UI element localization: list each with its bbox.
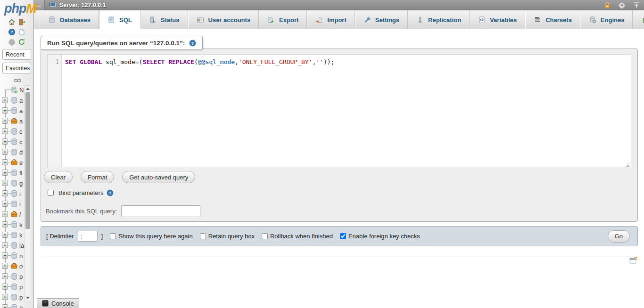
tree-item-label[interactable]: o — [19, 263, 23, 270]
settings-gear-icon[interactable] — [618, 1, 626, 9]
tree-item-label[interactable]: fl — [19, 170, 23, 177]
content-divider — [42, 257, 637, 257]
tree-item-label[interactable]: i — [19, 211, 21, 218]
tab-export[interactable]: Export — [259, 10, 307, 29]
editor-resize-handle[interactable] — [625, 161, 630, 166]
tab-databases[interactable]: Databases — [40, 10, 99, 29]
expand-plus-icon[interactable]: + — [2, 107, 8, 113]
expand-plus-icon[interactable]: + — [2, 201, 8, 207]
tree-item[interactable]: +p — [0, 302, 34, 308]
ssl-lock-icon[interactable] — [603, 1, 611, 9]
tab-status[interactable]: Status — [140, 10, 188, 29]
expand-plus-icon[interactable]: + — [2, 190, 8, 196]
tree-item-label[interactable]: a — [19, 118, 23, 125]
expand-plus-icon[interactable]: + — [2, 252, 8, 259]
tree-item-label[interactable]: p — [19, 294, 23, 301]
scroll-to-top-icon[interactable] — [633, 1, 640, 9]
tree-item-label[interactable]: c — [19, 138, 23, 146]
clear-button[interactable]: Clear — [44, 171, 73, 183]
tab-variables[interactable]: Variables — [470, 10, 525, 29]
tab-sql[interactable]: SQL — [99, 10, 140, 29]
expand-plus-icon[interactable]: + — [2, 304, 8, 308]
format-button[interactable]: Format — [81, 171, 114, 183]
tree-item-label[interactable]: la — [19, 242, 24, 249]
expand-plus-icon[interactable]: + — [2, 128, 8, 134]
enable-foreign-key-checks-option[interactable]: Enable foreign key checks — [340, 233, 420, 240]
expand-plus-icon[interactable]: + — [2, 221, 8, 227]
sql-token-keyword: SET — [65, 58, 76, 65]
expand-plus-icon[interactable]: + — [2, 97, 8, 103]
tree-item-label[interactable]: p — [19, 284, 23, 291]
documentation-icon[interactable] — [18, 28, 25, 36]
expand-plus-icon[interactable]: + — [2, 232, 8, 238]
tree-item-label[interactable]: p — [19, 273, 23, 280]
tab-replication[interactable]: Replication — [408, 10, 470, 29]
expand-plus-icon[interactable]: + — [2, 273, 8, 279]
help-icon[interactable]: ? — [107, 189, 114, 196]
tab-plugins[interactable]: Plugins — [633, 10, 644, 29]
link-icon[interactable] — [14, 76, 21, 85]
retain-query-box-option[interactable]: Retain query box — [200, 233, 255, 240]
sql-code-line[interactable]: SET GLOBAL sql_mode=(SELECT REPLACE(@@sq… — [62, 55, 631, 167]
tree-item-label[interactable]: a — [19, 107, 23, 114]
tree-item-label[interactable]: N — [19, 87, 24, 94]
tab-settings[interactable]: Settings — [355, 10, 408, 29]
tab-user-accounts[interactable]: User accounts — [188, 10, 259, 29]
tab-engines[interactable]: Engines — [580, 10, 633, 29]
tree-item-label[interactable]: n — [19, 252, 23, 259]
expand-plus-icon[interactable]: + — [2, 294, 8, 300]
tree-item-label[interactable]: e — [19, 159, 23, 166]
tree-item-label[interactable]: i — [19, 190, 21, 197]
tree-item-label[interactable]: k — [19, 221, 23, 228]
enable-foreign-key-checks-checkbox[interactable] — [340, 233, 346, 239]
expand-plus-icon[interactable]: + — [2, 284, 8, 290]
tree-item-label[interactable]: c — [19, 128, 23, 135]
recent-dropdown[interactable]: Recent — [2, 49, 31, 60]
console-toggle[interactable]: Console — [37, 298, 79, 308]
tree-item-label[interactable]: g — [19, 180, 23, 187]
favorites-dropdown[interactable]: Favorites — [2, 63, 31, 73]
gear-icon[interactable] — [8, 38, 16, 46]
scroll-up-icon[interactable] — [25, 86, 31, 92]
refresh-icon[interactable] — [18, 38, 25, 46]
tab-charsets[interactable]: Charsets — [525, 10, 580, 29]
expand-plus-icon[interactable]: + — [2, 159, 8, 165]
show-this-query-here-again-option[interactable]: Show this query here again — [110, 233, 193, 240]
expand-plus-icon[interactable]: + — [2, 211, 8, 217]
open-new-window-icon[interactable] — [629, 256, 637, 265]
scrollbar-thumb[interactable] — [25, 92, 30, 229]
sidebar-scrollbar[interactable] — [25, 85, 31, 301]
help-icon[interactable]: ? — [189, 40, 196, 47]
home-icon[interactable] — [8, 18, 16, 26]
expand-plus-icon[interactable]: + — [2, 170, 8, 176]
expand-plus-icon[interactable]: + — [2, 138, 8, 145]
expand-plus-icon[interactable]: + — [2, 118, 8, 124]
tab-import[interactable]: Import — [307, 10, 355, 29]
expand-plus-icon[interactable]: + — [2, 180, 8, 186]
tree-item-label[interactable]: d — [19, 149, 23, 156]
retain-query-box-checkbox[interactable] — [200, 233, 206, 239]
rollback-when-finished-option[interactable]: Rollback when finished — [262, 233, 333, 240]
expand-plus-icon[interactable]: + — [2, 263, 8, 269]
bind-parameters-checkbox[interactable] — [48, 190, 54, 196]
expand-plus-icon[interactable]: + — [2, 242, 8, 248]
go-button[interactable]: Go — [608, 230, 630, 243]
get-auto-saved-query-button[interactable]: Get auto-saved query — [122, 171, 195, 183]
bind-parameters-label[interactable]: Bind parameters — [58, 189, 103, 196]
tree-item-label[interactable]: k — [19, 232, 23, 239]
help-icon[interactable]: ? — [8, 28, 16, 36]
server-breadcrumb[interactable]: Server: 127.0.0.1 — [59, 2, 106, 8]
bookmark-input[interactable] — [121, 205, 200, 217]
tree-item-label[interactable]: p — [19, 304, 23, 308]
logout-door-icon[interactable] — [18, 18, 25, 26]
phpmyadmin-logo[interactable]: phpM — [4, 1, 36, 16]
show-this-query-here-again-checkbox[interactable] — [110, 233, 116, 239]
delimiter-input[interactable] — [78, 231, 98, 242]
tree-item-label[interactable]: a — [19, 97, 23, 104]
tree-item-label[interactable]: i — [19, 201, 21, 208]
scroll-down-icon[interactable] — [25, 295, 31, 301]
sql-editor[interactable]: 1 SET GLOBAL sql_mode=(SELECT REPLACE(@@… — [47, 54, 631, 167]
expand-plus-icon[interactable]: + — [2, 149, 8, 155]
rollback-when-finished-checkbox[interactable] — [262, 233, 268, 239]
sql-token-plain — [165, 58, 168, 65]
